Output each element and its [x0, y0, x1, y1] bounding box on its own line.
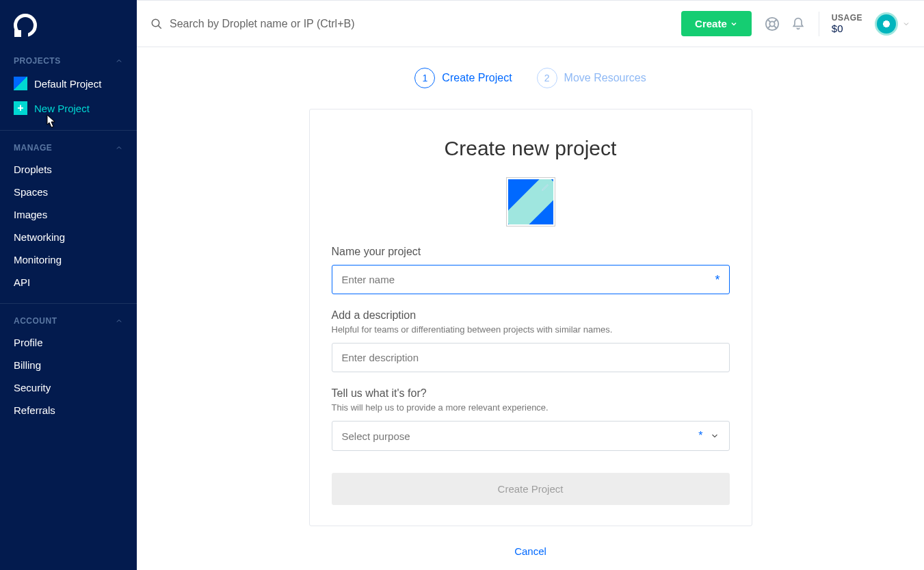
sidebar-item-api[interactable]: API: [0, 271, 137, 294]
sidebar-item-profile[interactable]: Profile: [0, 331, 137, 354]
sidebar-section-account[interactable]: ACCOUNT: [0, 304, 137, 331]
usage-label: USAGE: [832, 13, 862, 23]
nav-label: Spaces: [14, 186, 48, 198]
step-label: Move Resources: [564, 72, 646, 84]
sidebar-item-new-project[interactable]: + New Project: [0, 96, 137, 120]
divider: [819, 12, 819, 36]
new-project-label: New Project: [34, 103, 90, 114]
svg-line-4: [767, 19, 770, 22]
nav-label: Security: [14, 382, 51, 393]
purpose-field-label: Tell us what it's for?: [332, 387, 730, 400]
content: 1 Create Project 2 Move Resources Create…: [137, 47, 924, 570]
name-field-label: Name your project: [332, 246, 730, 258]
svg-point-3: [769, 21, 774, 26]
cancel-link[interactable]: Cancel: [514, 545, 546, 557]
sidebar: PROJECTS Default Project + New Project M…: [0, 0, 137, 570]
required-indicator: *: [698, 430, 702, 442]
required-indicator: *: [715, 273, 720, 287]
project-icon: [14, 77, 27, 90]
sidebar-item-networking[interactable]: Networking: [0, 226, 137, 248]
chevron-up-icon: [115, 144, 123, 152]
project-purpose-select[interactable]: Select purpose *: [332, 421, 730, 451]
svg-line-6: [767, 25, 770, 28]
project-avatar-picker[interactable]: [332, 177, 730, 226]
search-icon: [150, 18, 163, 30]
help-icon[interactable]: [764, 16, 780, 32]
nav-label: Droplets: [14, 164, 52, 175]
nav-label: Referrals: [14, 404, 55, 416]
project-description-input[interactable]: [332, 343, 730, 372]
main: Create USAGE $0: [137, 0, 924, 570]
avatar[interactable]: [875, 12, 898, 36]
nav-label: Profile: [14, 337, 43, 348]
sidebar-item-default-project[interactable]: Default Project: [0, 71, 137, 96]
logo[interactable]: [0, 0, 137, 44]
digitalocean-logo-icon: [14, 14, 37, 37]
default-project-label: Default Project: [34, 78, 101, 90]
svg-line-7: [774, 25, 777, 28]
cancel-label: Cancel: [514, 545, 546, 557]
manage-header-label: MANAGE: [14, 143, 52, 153]
select-placeholder: Select purpose: [342, 430, 410, 442]
sidebar-item-spaces[interactable]: Spaces: [0, 181, 137, 203]
nav-label: Billing: [14, 359, 41, 371]
project-avatar: [506, 177, 555, 226]
project-name-input[interactable]: [332, 265, 730, 294]
pencil-icon: [541, 182, 551, 192]
nav-label: Monitoring: [14, 254, 62, 265]
topbar-icons: [764, 16, 806, 32]
bell-icon[interactable]: [790, 16, 806, 32]
usage-display[interactable]: USAGE $0: [832, 13, 862, 34]
create-project-submit-button[interactable]: Create Project: [332, 473, 730, 505]
search-wrap: [150, 18, 681, 30]
chevron-down-icon: [730, 20, 738, 28]
chevron-down-icon: [710, 431, 720, 441]
desc-field-help: Helpful for teams or differentiating bet…: [332, 324, 730, 335]
sidebar-item-images[interactable]: Images: [0, 203, 137, 226]
svg-line-5: [774, 19, 777, 22]
svg-point-0: [152, 19, 159, 27]
nav-label: API: [14, 276, 30, 288]
sidebar-item-monitoring[interactable]: Monitoring: [0, 248, 137, 271]
wizard-steps: 1 Create Project 2 Move Resources: [414, 68, 646, 88]
plus-icon: +: [14, 101, 27, 115]
step-number: 2: [537, 68, 557, 88]
search-input[interactable]: [170, 18, 512, 30]
purpose-field-help: This will help us to provide a more rele…: [332, 402, 730, 413]
step-move-resources[interactable]: 2 Move Resources: [537, 68, 646, 88]
sidebar-item-droplets[interactable]: Droplets: [0, 158, 137, 181]
projects-header-label: PROJECTS: [14, 56, 61, 66]
step-label: Create Project: [442, 72, 512, 84]
nav-label: Images: [14, 209, 47, 220]
create-button[interactable]: Create: [681, 11, 752, 36]
card-title: Create new project: [332, 137, 730, 160]
nav-label: Networking: [14, 231, 65, 243]
chevron-down-icon[interactable]: [902, 20, 910, 28]
create-project-card: Create new project Name your project * A…: [309, 109, 752, 526]
usage-amount: $0: [832, 23, 862, 34]
sidebar-item-billing[interactable]: Billing: [0, 354, 137, 376]
sidebar-item-referrals[interactable]: Referrals: [0, 399, 137, 422]
submit-button-label: Create Project: [498, 483, 564, 495]
step-number: 1: [414, 68, 435, 88]
chevron-up-icon: [115, 317, 123, 325]
sidebar-section-projects[interactable]: PROJECTS: [0, 44, 137, 71]
create-button-label: Create: [695, 18, 727, 29]
chevron-up-icon: [115, 57, 123, 65]
sidebar-section-manage[interactable]: MANAGE: [0, 131, 137, 158]
sidebar-item-security[interactable]: Security: [0, 376, 137, 399]
topbar: Create USAGE $0: [137, 1, 924, 47]
step-create-project[interactable]: 1 Create Project: [414, 68, 512, 88]
account-header-label: ACCOUNT: [14, 316, 57, 326]
desc-field-label: Add a description: [332, 309, 730, 322]
svg-line-1: [158, 25, 161, 29]
